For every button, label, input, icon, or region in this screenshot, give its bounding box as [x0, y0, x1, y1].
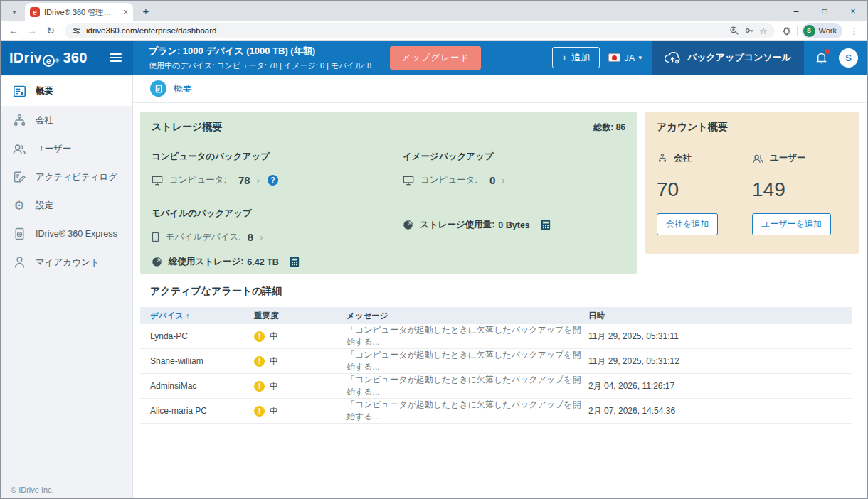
- extensions-puzzle-icon[interactable]: [782, 26, 793, 36]
- logo-e-icon: e: [43, 55, 55, 67]
- bookmark-star-icon[interactable]: ☆: [759, 26, 768, 36]
- storage-usage-label: ストレージ使用量:: [420, 219, 494, 231]
- activity-log-icon: [12, 171, 26, 183]
- image-computers-label: コンピュータ:: [420, 174, 477, 186]
- image-computers-row[interactable]: コンピュータ: 0 ›: [403, 174, 625, 186]
- calculator-icon[interactable]: [290, 257, 300, 267]
- url-text[interactable]: idrive360.com/enterprise/dashboard: [86, 26, 724, 35]
- sidebar-item-settings[interactable]: ⚙ 設定: [1, 191, 132, 220]
- cloud-upload-icon: [665, 52, 681, 64]
- users-summary: ユーザー 149 ユーザーを追加: [752, 152, 847, 235]
- chevron-right-icon[interactable]: ›: [502, 175, 504, 186]
- computers-count-row[interactable]: コンピュータ: 78 › ?: [152, 174, 374, 186]
- table-row[interactable]: Shane-william !中 「コンピュータが起動したときに欠落したバックア…: [140, 349, 852, 374]
- add-button[interactable]: + 追加: [552, 47, 600, 68]
- express-device-icon: [12, 227, 26, 240]
- sidebar-item-label: 会社: [36, 114, 53, 127]
- back-button[interactable]: ←: [6, 25, 21, 36]
- sidebar-item-label: ユーザー: [36, 143, 72, 155]
- chevron-right-icon[interactable]: ›: [257, 175, 260, 186]
- storage-card-title: ストレージ概要: [152, 121, 222, 134]
- copyright: © IDrive Inc.: [11, 485, 54, 494]
- language-selector[interactable]: JA ▾: [608, 53, 642, 63]
- table-row[interactable]: Lynda-PC !中 「コンピュータが起動したときに欠落したバックアップを開始…: [140, 324, 852, 349]
- browser-tab[interactable]: e IDrive® 360 管理コンソール ×: [25, 3, 133, 21]
- profile-name: Work: [819, 26, 837, 35]
- window-minimize-button[interactable]: –: [782, 1, 810, 21]
- chevron-right-icon[interactable]: ›: [260, 232, 263, 242]
- alerts-table-header: デバイス↑ 重要度 メッセージ 日時: [140, 307, 852, 324]
- reload-button[interactable]: ↻: [43, 25, 58, 36]
- column-header-severity[interactable]: 重要度: [254, 311, 346, 321]
- sidebar-item-idrive360-express[interactable]: IDrive® 360 Express: [1, 220, 132, 248]
- column-header-datetime[interactable]: 日時: [588, 311, 852, 321]
- backup-console-button[interactable]: バックアップコンソール: [652, 41, 804, 75]
- language-code: JA: [624, 53, 635, 63]
- storage-overview-card: ストレージ概要 総数: 86 コンピュータのバックアップ: [140, 112, 637, 274]
- active-alerts-section: アクティブなアラートの詳細 デバイス↑ 重要度 メッセージ 日時 Lynda-P…: [140, 285, 859, 424]
- browser-menu-icon[interactable]: ⋮: [847, 26, 862, 36]
- hamburger-menu-icon[interactable]: [107, 50, 125, 65]
- main-area: 概要 ストレージ概要 総数: 86: [133, 75, 868, 499]
- alert-datetime: 2月 04, 2026, 11:26:17: [588, 380, 852, 392]
- add-user-button[interactable]: ユーザーを追加: [752, 213, 831, 235]
- notifications-button[interactable]: [815, 50, 828, 65]
- tab-title: IDrive® 360 管理コンソール: [44, 7, 119, 18]
- breadcrumb-overview-link[interactable]: 概要: [174, 82, 192, 95]
- logo-section: IDrive®360: [1, 41, 133, 75]
- account-avatar[interactable]: S: [839, 48, 858, 68]
- tab-close-icon[interactable]: ×: [123, 7, 128, 17]
- window-maximize-button[interactable]: □: [810, 1, 839, 21]
- upgrade-button[interactable]: アップグレード: [390, 46, 481, 70]
- computers-label: コンピュータ:: [169, 174, 226, 186]
- idrive-favicon-icon: e: [30, 7, 40, 17]
- sidebar-item-users[interactable]: ユーザー: [1, 134, 132, 163]
- person-icon: [12, 256, 26, 269]
- idrive-logo[interactable]: IDrive®360: [9, 50, 88, 66]
- alerts-table: デバイス↑ 重要度 メッセージ 日時 Lynda-PC !中 「コンピュータが起…: [140, 307, 852, 424]
- sidebar-item-my-account[interactable]: マイアカウント: [1, 248, 132, 277]
- breadcrumb: 概要: [133, 75, 868, 103]
- add-company-button[interactable]: 会社を追加: [657, 213, 718, 235]
- calculator-icon[interactable]: [541, 220, 551, 230]
- sidebar-item-label: 概要: [36, 85, 53, 97]
- monitor-icon: [152, 176, 163, 186]
- severity-label: 中: [270, 405, 278, 417]
- severity-label: 中: [270, 355, 278, 367]
- sidebar-item-activity-log[interactable]: アクティビティログ: [1, 163, 132, 191]
- forward-button[interactable]: →: [25, 25, 39, 36]
- sidebar-item-overview[interactable]: 概要: [1, 76, 132, 106]
- site-settings-icon[interactable]: [72, 26, 81, 36]
- backup-console-label: バックアップコンソール: [687, 51, 791, 64]
- computers-backup-title: コンピュータのバックアップ: [152, 151, 374, 163]
- alert-message: 「コンピュータが起動したときに欠落したバックアップを開始する...: [346, 374, 588, 398]
- url-bar[interactable]: idrive360.com/enterprise/dashboard ☆: [65, 23, 775, 38]
- sidebar-item-company[interactable]: 会社: [1, 106, 132, 134]
- device-name: Lynda-PC: [140, 331, 254, 341]
- zoom-icon[interactable]: [729, 26, 739, 36]
- mobile-value: 8: [248, 231, 253, 243]
- window-controls: – □ ×: [782, 1, 867, 21]
- window-close-button[interactable]: ×: [839, 1, 867, 21]
- table-row[interactable]: AdminsiMac !中 「コンピュータが起動したときに欠落したバックアップを…: [140, 374, 852, 399]
- warning-icon: !: [254, 356, 265, 367]
- overview-icon: [12, 85, 26, 97]
- plus-icon: +: [562, 53, 568, 63]
- tab-search-button[interactable]: ▾: [6, 4, 22, 19]
- help-icon[interactable]: ?: [268, 175, 278, 186]
- warning-icon: !: [254, 406, 265, 417]
- column-header-device[interactable]: デバイス↑: [140, 311, 254, 321]
- browser-tab-strip: ▾ e IDrive® 360 管理コンソール × + – □ ×: [1, 1, 867, 21]
- profile-button[interactable]: S Work: [802, 23, 842, 38]
- mobile-count-row[interactable]: モバイルデバイス: 8 ›: [152, 231, 374, 243]
- new-tab-button[interactable]: +: [137, 2, 154, 19]
- column-header-message[interactable]: メッセージ: [346, 311, 588, 321]
- password-key-icon[interactable]: [744, 26, 754, 36]
- table-row[interactable]: Alice-maria PC !中 「コンピュータが起動したときに欠落したバック…: [140, 399, 852, 424]
- org-chart-icon: [12, 114, 26, 127]
- add-button-label: 追加: [571, 51, 590, 64]
- alert-datetime: 2月 07, 2026, 14:54:36: [588, 405, 852, 417]
- alert-message: 「コンピュータが起動したときに欠落したバックアップを開始する...: [346, 324, 588, 348]
- profile-avatar: S: [803, 25, 815, 37]
- sidebar-item-label: マイアカウント: [36, 257, 100, 269]
